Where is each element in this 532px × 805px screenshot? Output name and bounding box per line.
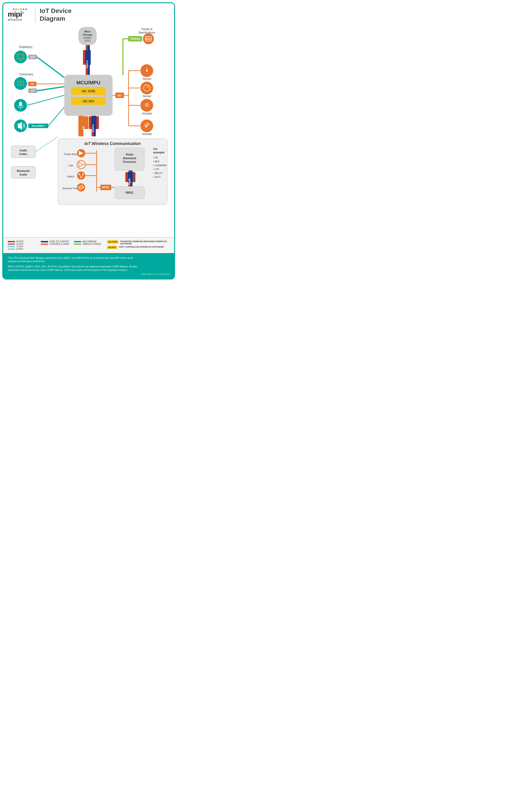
- legend-aphy: A-PHY: [8, 248, 39, 250]
- legend-multimedia: MULTIMEDIA: [74, 240, 105, 243]
- power-amp-label: Power Amp: [64, 153, 77, 155]
- hci-badge-legend: I3C HCI: [107, 246, 117, 249]
- cameras-label: Camera(s): [19, 73, 33, 76]
- actuator1-label: Actuator: [142, 112, 152, 115]
- legend-col2: CHIP-TO-CHIP/IPC CONTROL & DATA: [41, 240, 72, 245]
- outer-container: mipi® alliance IoT Device Diagram: [2, 2, 175, 280]
- diagram-title: IoT Device Diagram: [40, 7, 72, 22]
- control-line-icon: [41, 243, 48, 245]
- ex-nbiot: • NB-IoT: [153, 172, 163, 174]
- header: mipi® alliance IoT Device Diagram: [3, 3, 174, 25]
- svg-text:(JEDEC: (JEDEC: [83, 37, 92, 39]
- legend-dphy: D-PHY: [8, 243, 39, 245]
- digrf-label: DigRF: [128, 178, 131, 185]
- svg-rect-48: [74, 241, 81, 242]
- radio-label-3: Processor: [123, 160, 136, 164]
- soundwire-line: [48, 107, 64, 126]
- legend-debug: DEBUG & TRACE: [74, 243, 105, 245]
- for-example-label: For: [153, 148, 158, 151]
- dphy-line-icon: [8, 243, 15, 245]
- legend-control: CONTROL & DATA: [41, 243, 72, 245]
- legend-hci: I3C HCI HOST CONTROLLER INTERFACE SOFTWA…: [107, 246, 170, 249]
- legend-col3: MULTIMEDIA DEBUG & TRACE: [74, 240, 105, 245]
- unipro-top-label: UniPro: [86, 60, 89, 69]
- dot-red: [13, 8, 14, 10]
- c2c-label: CHIP-TO-CHIP/IPC: [50, 240, 70, 243]
- c2c-line-icon: [41, 241, 48, 243]
- i3c-hci-text: I3C HCI: [83, 99, 94, 103]
- ex-ble: • BLE: [153, 160, 159, 163]
- mphy-label: M-PHY: [16, 240, 24, 243]
- control-label: CONTROL & DATA: [50, 243, 69, 245]
- svg-rect-47: [41, 243, 48, 245]
- displays-label: Display(s): [19, 45, 32, 49]
- dot-green: [20, 8, 22, 10]
- alliance-text: alliance: [8, 18, 22, 21]
- legend-section: M-PHY D-PHY C-PHY A-PHY: [3, 237, 174, 253]
- svg-text:example:: example:: [153, 151, 165, 154]
- debug-line-icon: [74, 243, 81, 245]
- bluetooth-label1: Bluetooth: [17, 169, 30, 173]
- wireless-box: [58, 138, 167, 205]
- svg-text:⚙: ⚙: [145, 102, 149, 108]
- camera-circle: [14, 77, 27, 90]
- mipi-logo: mipi® alliance: [8, 8, 27, 21]
- multimedia-line-icon: [74, 241, 81, 243]
- legend-cphy: C-PHY: [8, 245, 39, 248]
- switch-icon: [77, 171, 85, 180]
- footer-note2: MIPI®, A-PHY®, DigRF®, DSI®, I3C®, M-PHY…: [8, 265, 170, 272]
- svg-text:Storage: Storage: [83, 33, 92, 36]
- cphy-line-icon: [8, 245, 15, 248]
- svg-rect-46: [41, 241, 48, 242]
- logo-dots: [13, 8, 27, 10]
- aphy-label: A-PHY: [16, 248, 23, 250]
- dot-yellow: [18, 8, 19, 10]
- soundwire-text: SoundWire: [32, 125, 45, 127]
- mphy-line-icon: [8, 241, 15, 243]
- main-diagram: Mass Storage (JEDEC UFS*) UniPro Family …: [3, 25, 174, 237]
- rfic-label: RFIC: [126, 191, 134, 194]
- mass-storage-label: Mass: [84, 30, 91, 33]
- sensor2-label: Sensor: [143, 95, 151, 98]
- ex-lte: • LTE: [153, 168, 159, 170]
- svg-rect-19: [19, 102, 22, 106]
- header-divider: [35, 7, 36, 23]
- footer-copyright: ©MIPI Alliance, Inc. | April 2023: [8, 273, 170, 275]
- mass-storage-box: [78, 27, 97, 45]
- svg-rect-44: [8, 248, 15, 249]
- ex-wifi: • Wi-Fi: [153, 175, 161, 178]
- family-label-1: Family of: [141, 27, 152, 31]
- footer-section: *The UFS (Universal Flash Storage) speci…: [3, 253, 174, 279]
- csi-cable: [37, 87, 64, 91]
- csi-text: CSI: [31, 89, 35, 92]
- i3c-right-text: I3C: [118, 94, 122, 97]
- debug-icon: [143, 33, 154, 44]
- debug-text: Debug: [131, 37, 140, 40]
- dot-orange: [15, 8, 17, 10]
- mic-line: [27, 95, 64, 105]
- sensor1-label: Sensor: [143, 77, 151, 80]
- legend-col1: M-PHY D-PHY C-PHY A-PHY: [8, 240, 39, 250]
- dot-purple: [25, 8, 27, 10]
- mcu-title: MCU/MPU: [76, 80, 100, 86]
- unipro-down-label: UniPro: [92, 124, 94, 132]
- radio-label-2: Baseband: [123, 157, 136, 160]
- svg-rect-42: [8, 246, 15, 247]
- dsi-cable: [37, 57, 64, 77]
- wireless-title: IoT Wireless Communication: [84, 141, 141, 146]
- lna-label: LNA: [68, 164, 73, 167]
- rffe-text: RFFE: [102, 186, 109, 189]
- tcri-desc: TRANSFER COMMAND RESPONSE INTERFACE SOFT…: [120, 240, 170, 245]
- mipi-reg: ®: [22, 11, 24, 15]
- footer-note1: *The UFS (Universal Flash Storage) speci…: [8, 256, 170, 263]
- svg-rect-40: [8, 241, 15, 242]
- multimedia-label: MULTIMEDIA: [82, 240, 96, 243]
- legend-mphy: M-PHY: [8, 240, 39, 243]
- i3c-tcri-text: I3C TCRI: [82, 89, 95, 93]
- audio-codec-label1: Audio: [19, 149, 27, 152]
- diagram-svg: Mass Storage (JEDEC UFS*) UniPro Family …: [8, 25, 175, 235]
- bluetooth-label2: Audio: [19, 173, 27, 176]
- ex-lorawan: • LoRaWAN: [153, 164, 167, 167]
- audio-codec-label2: Codec: [19, 152, 27, 156]
- antenna-label: Antenna Tuner: [62, 187, 79, 190]
